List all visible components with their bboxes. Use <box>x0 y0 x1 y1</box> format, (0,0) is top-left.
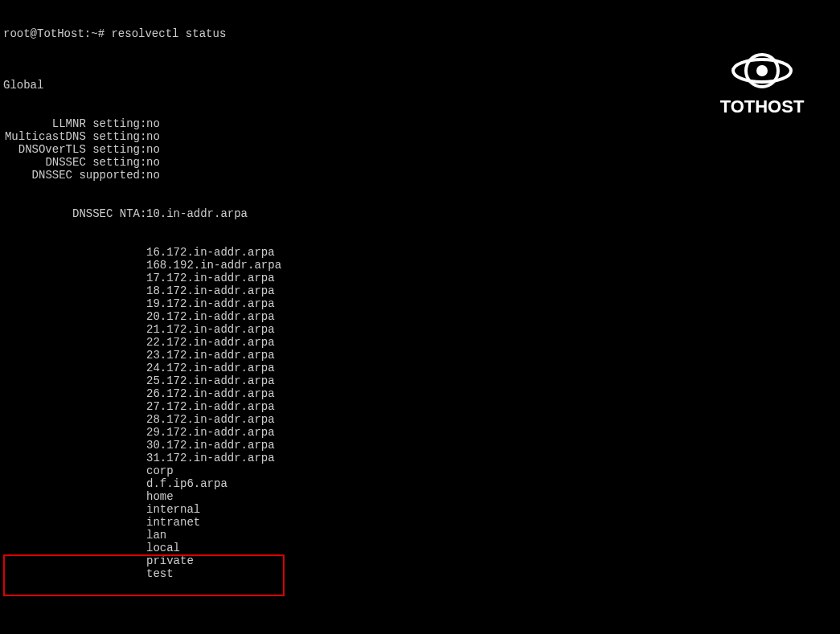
nta-value: 27.172.in-addr.arpa <box>3 400 837 413</box>
nta-value: home <box>3 490 837 503</box>
nta-value: 168.192.in-addr.arpa <box>3 259 837 272</box>
key-label: DNSSEC setting <box>3 156 140 169</box>
nta-value: lan <box>3 529 837 542</box>
nta-value: 24.172.in-addr.arpa <box>3 362 837 374</box>
tothost-logo: TOTHOST <box>702 16 822 148</box>
nta-value: test <box>3 567 837 580</box>
terminal[interactable]: root@TotHost:~# resolvectl status Global… <box>0 0 840 634</box>
value-label: no <box>146 130 160 143</box>
value-label: no <box>146 156 160 169</box>
value-label: no <box>146 169 160 182</box>
value-label: no <box>146 143 160 156</box>
nta-value: 30.172.in-addr.arpa <box>3 439 837 452</box>
nta-value: 29.172.in-addr.arpa <box>3 426 837 439</box>
nta-value: 19.172.in-addr.arpa <box>3 297 837 310</box>
svg-point-2 <box>756 65 768 76</box>
nta-value: intranet <box>3 516 837 529</box>
nta-value: 21.172.in-addr.arpa <box>3 323 837 336</box>
nta-value: 10.in-addr.arpa <box>146 207 248 220</box>
key-label: MulticastDNS setting <box>3 130 140 143</box>
nta-value: local <box>3 542 837 554</box>
nta-value: corp <box>3 464 837 477</box>
setting-row: DNSSEC supported:no <box>3 169 837 182</box>
nta-value: 20.172.in-addr.arpa <box>3 310 837 323</box>
value-label: no <box>146 117 160 130</box>
setting-row: DNSSEC setting:no <box>3 156 837 169</box>
nta-value: 26.172.in-addr.arpa <box>3 387 837 400</box>
nta-value: 22.172.in-addr.arpa <box>3 336 837 349</box>
command: resolvectl status <box>111 27 226 40</box>
key-label: DNSSEC NTA <box>3 207 140 220</box>
nta-value: internal <box>3 503 837 516</box>
nta-value: 16.172.in-addr.arpa <box>3 246 837 259</box>
prompt-path: :~# <box>84 27 104 40</box>
key-label: LLMNR setting <box>3 117 140 130</box>
nta-value: private <box>3 554 837 567</box>
key-label: DNSOverTLS setting <box>3 143 140 156</box>
logo-text: TOTHOST <box>720 96 805 117</box>
prompt-user: root@TotHost <box>3 27 84 40</box>
nta-value: 28.172.in-addr.arpa <box>3 413 837 426</box>
nta-value: 17.172.in-addr.arpa <box>3 272 837 284</box>
dnssec-nta-row: DNSSEC NTA:10.in-addr.arpa <box>3 207 837 220</box>
nta-value: 31.172.in-addr.arpa <box>3 452 837 464</box>
key-label: DNSSEC supported <box>3 169 140 182</box>
nta-value: 23.172.in-addr.arpa <box>3 349 837 362</box>
nta-value: d.f.ip6.arpa <box>3 477 837 490</box>
blank-line <box>3 619 837 632</box>
nta-value: 18.172.in-addr.arpa <box>3 284 837 297</box>
nta-value: 25.172.in-addr.arpa <box>3 374 837 387</box>
